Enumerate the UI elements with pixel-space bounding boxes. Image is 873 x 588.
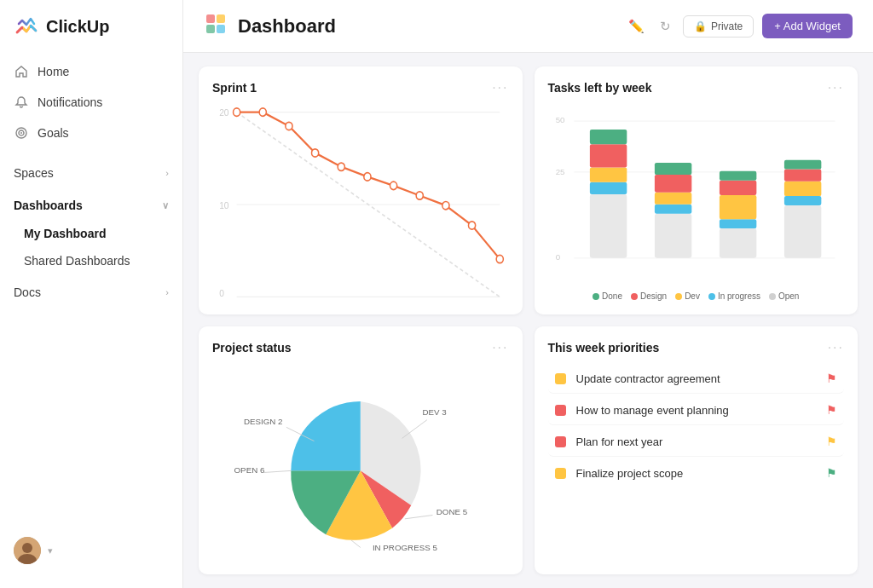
svg-text:50: 50	[555, 115, 564, 124]
svg-rect-38	[589, 130, 626, 144]
priority-dot-3	[555, 436, 566, 447]
main-content: Dashboard ✏️ ↻ 🔒 Private + Add Widget Sp…	[183, 0, 873, 588]
svg-point-27	[496, 255, 503, 262]
nav-item-spaces[interactable]: Spaces ›	[0, 159, 182, 187]
nav-item-my-dashboard[interactable]: My Dashboard	[0, 220, 182, 247]
svg-text:DESIGN 2: DESIGN 2	[244, 417, 283, 426]
priorities-title: This week priorities	[548, 341, 660, 355]
priority-item-2[interactable]: How to manage event planning ⚑	[548, 395, 845, 425]
nav-item-dashboards[interactable]: Dashboards ∨	[0, 191, 182, 220]
priorities-list: Update contractor agreement ⚑ How to man…	[548, 364, 845, 561]
nav-label-home: Home	[38, 65, 69, 78]
svg-rect-9	[217, 25, 225, 33]
svg-rect-52	[783, 170, 820, 182]
svg-text:25: 25	[555, 167, 564, 176]
svg-point-21	[338, 163, 344, 170]
dashboard-grid: Sprint 1 ··· 20 10 0	[183, 53, 873, 588]
priority-text-3: Plan for next year	[576, 435, 817, 448]
svg-point-4	[22, 543, 32, 553]
add-widget-label: + Add Widget	[774, 20, 841, 32]
priority-dot-4	[555, 468, 566, 479]
svg-text:0: 0	[555, 252, 560, 262]
priority-flag-4: ⚑	[826, 466, 837, 480]
priority-item-1[interactable]: Update contractor agreement ⚑	[548, 364, 845, 394]
nav-item-notifications[interactable]: Notifications	[0, 87, 182, 118]
add-widget-button[interactable]: + Add Widget	[762, 14, 853, 38]
svg-point-20	[312, 149, 319, 157]
bar-chart-legend: Done Design Dev In progress	[548, 291, 845, 301]
svg-text:DEV 3: DEV 3	[423, 407, 447, 417]
svg-point-24	[416, 192, 423, 199]
project-status-title: Project status	[212, 341, 292, 355]
logo[interactable]: ClickUp	[0, 14, 182, 56]
sprint-chart: 20 10 0	[212, 102, 509, 301]
nav-item-shared-dashboards[interactable]: Shared Dashboards	[0, 247, 182, 274]
priority-dot-1	[555, 373, 566, 384]
refresh-icon-button[interactable]: ↻	[656, 15, 674, 37]
svg-text:IN PROGRESS 5: IN PROGRESS 5	[373, 543, 438, 552]
nav-label-docs: Docs	[14, 285, 157, 299]
svg-rect-6	[206, 14, 215, 23]
project-status-menu[interactable]: ···	[492, 340, 508, 355]
priority-dot-2	[555, 405, 566, 416]
priority-flag-1: ⚑	[826, 372, 837, 385]
legend-done: Done	[593, 291, 622, 301]
svg-rect-39	[654, 214, 691, 258]
svg-text:10: 10	[219, 199, 228, 210]
pie-chart-area: DEV 3 DONE 5 IN PROGRESS 5 DESIGN 2 OPEN…	[212, 362, 509, 561]
avatar-chevron: ▾	[48, 545, 53, 556]
tasks-card-menu[interactable]: ···	[828, 80, 844, 95]
svg-rect-36	[589, 167, 626, 182]
nav-label-my-dashboard: My Dashboard	[24, 227, 106, 240]
legend-open: Open	[769, 291, 799, 301]
legend-design: Design	[631, 291, 667, 301]
svg-point-26	[468, 222, 475, 229]
priority-item-4[interactable]: Finalize project scope ⚑	[548, 458, 845, 487]
svg-rect-50	[783, 196, 820, 205]
svg-rect-35	[589, 182, 626, 194]
nav-label-dashboards: Dashboards	[14, 199, 153, 212]
sprint-card-menu[interactable]: ···	[492, 80, 508, 95]
pie-chart-svg: DEV 3 DONE 5 IN PROGRESS 5 DESIGN 2 OPEN…	[212, 362, 509, 561]
avatar[interactable]	[14, 537, 41, 564]
bell-icon	[14, 95, 29, 110]
chevron-down-icon: ∨	[162, 200, 169, 211]
clickup-logo-icon	[14, 14, 39, 39]
header-actions: ✏️ ↻ 🔒 Private + Add Widget	[625, 14, 853, 38]
nav-label-shared-dashboards: Shared Dashboards	[24, 254, 130, 268]
priorities-menu[interactable]: ···	[828, 340, 844, 355]
nav-item-home[interactable]: Home	[0, 56, 182, 87]
svg-point-2	[20, 132, 22, 134]
svg-rect-47	[719, 181, 755, 195]
sprint-card: Sprint 1 ··· 20 10 0	[199, 66, 523, 314]
legend-inprogress: In progress	[708, 291, 760, 301]
page-title: Dashboard	[238, 15, 615, 37]
svg-rect-41	[654, 193, 691, 205]
svg-text:DONE 5: DONE 5	[436, 507, 468, 516]
priority-text-4: Finalize project scope	[576, 467, 817, 480]
project-status-header: Project status ···	[212, 340, 509, 355]
svg-text:0: 0	[219, 288, 224, 299]
lock-icon: 🔒	[694, 20, 707, 32]
svg-rect-46	[719, 195, 755, 219]
bar-chart-area: 50 25 0	[548, 102, 845, 301]
svg-point-25	[442, 202, 449, 210]
priority-flag-2: ⚑	[826, 403, 837, 417]
svg-rect-49	[783, 205, 820, 258]
svg-line-59	[351, 540, 361, 548]
edit-icon-button[interactable]: ✏️	[625, 15, 648, 37]
nav-item-goals[interactable]: Goals	[0, 118, 182, 148]
priority-item-3[interactable]: Plan for next year ⚑	[548, 427, 845, 457]
chevron-right-docs-icon: ›	[165, 287, 169, 297]
nav-item-docs[interactable]: Docs ›	[0, 278, 182, 307]
svg-point-22	[364, 173, 371, 181]
priority-flag-3: ⚑	[826, 435, 837, 448]
tasks-card-title: Tasks left by week	[548, 81, 652, 95]
sprint-card-title: Sprint 1	[212, 81, 257, 95]
svg-rect-48	[719, 171, 755, 181]
private-button[interactable]: 🔒 Private	[683, 15, 754, 37]
private-label: Private	[711, 20, 743, 32]
svg-rect-53	[783, 160, 820, 170]
svg-rect-8	[206, 25, 215, 33]
svg-text:20: 20	[219, 107, 228, 118]
